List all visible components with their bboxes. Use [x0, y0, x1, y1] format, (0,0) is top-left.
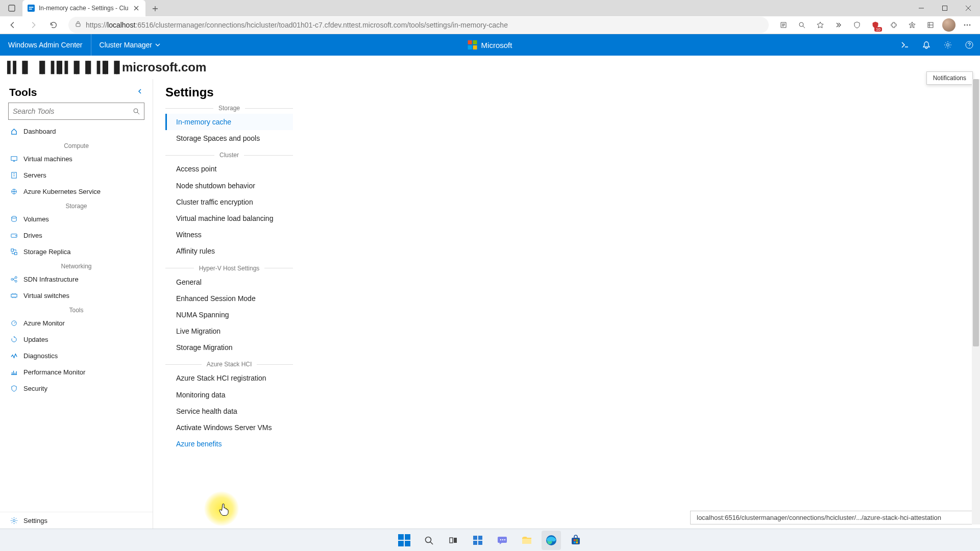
shopping-shield-icon[interactable]: 10: [867, 16, 884, 34]
settings-item-storage-spaces-and-pools[interactable]: Storage Spaces and pools: [165, 130, 293, 146]
settings-nav: StorageIn-memory cacheStorage Spaces and…: [165, 105, 293, 452]
maximize-button[interactable]: [933, 0, 957, 16]
tool-item-dashboard[interactable]: Dashboard: [0, 123, 153, 139]
settings-item-access-point[interactable]: Access point: [165, 161, 293, 177]
settings-item-enhanced-session-mode[interactable]: Enhanced Session Mode: [165, 290, 293, 307]
settings-item-monitoring-data[interactable]: Monitoring data: [165, 387, 293, 403]
taskbar-chat[interactable]: [493, 531, 512, 550]
tools-search-input[interactable]: [13, 107, 133, 115]
tab-close-button[interactable]: [132, 4, 140, 12]
favorite-icon[interactable]: [812, 16, 829, 34]
tools-group-label: Compute: [0, 139, 153, 151]
tool-item-security[interactable]: Security: [0, 380, 153, 396]
forward-button[interactable]: [24, 16, 42, 34]
wac-brand[interactable]: Windows Admin Center: [0, 34, 91, 56]
tool-item-volumes[interactable]: Volumes: [0, 211, 153, 227]
settings-item-cluster-traffic-encryption[interactable]: Cluster traffic encryption: [165, 194, 293, 210]
tools-search[interactable]: [8, 103, 144, 120]
tool-item-storage-replica[interactable]: Storage Replica: [0, 243, 153, 260]
minimize-button[interactable]: [910, 0, 933, 16]
svg-point-17: [13, 175, 14, 176]
settings-item-azure-benefits[interactable]: Azure benefits: [165, 436, 293, 452]
host-domain: microsoft.com: [122, 60, 206, 74]
notifications-button[interactable]: [916, 34, 937, 56]
settings-group: Azure Stack HCI: [165, 361, 293, 368]
taskbar-search[interactable]: [419, 531, 438, 550]
collapse-tools-button[interactable]: [136, 88, 143, 97]
settings-item-numa-spanning[interactable]: NUMA Spanning: [165, 307, 293, 323]
settings-pane: Settings StorageIn-memory cacheStorage S…: [153, 79, 980, 529]
svg-rect-31: [450, 538, 453, 543]
settings-item-live-migration[interactable]: Live Migration: [165, 323, 293, 339]
settings-item-node-shutdown-behavior[interactable]: Node shutdown behavior: [165, 178, 293, 194]
settings-item-witness[interactable]: Witness: [165, 227, 293, 243]
wac-context-picker[interactable]: Cluster Manager: [91, 34, 169, 56]
tool-item-azure-kubernetes-service[interactable]: Azure Kubernetes Service: [0, 183, 153, 199]
svg-point-9: [967, 24, 968, 26]
more-arrows-icon[interactable]: [830, 16, 847, 34]
tool-item-drives[interactable]: Drives: [0, 227, 153, 243]
tool-item-updates[interactable]: Updates: [0, 331, 153, 347]
taskbar-edge[interactable]: [542, 531, 561, 550]
favorites-bar-icon[interactable]: [903, 16, 921, 34]
settings-item-affinity-rules[interactable]: Affinity rules: [165, 243, 293, 259]
tab-actions-button[interactable]: [3, 0, 20, 16]
svg-rect-1: [28, 5, 35, 12]
svg-rect-33: [473, 536, 477, 540]
tool-item-virtual-switches[interactable]: Virtual switches: [0, 287, 153, 304]
tool-item-label: Security: [23, 385, 47, 392]
browser-menu-button[interactable]: [959, 16, 976, 34]
tool-item-diagnostics[interactable]: Diagnostics: [0, 347, 153, 364]
settings-item-activate-windows-server-vms[interactable]: Activate Windows Server VMs: [165, 419, 293, 436]
taskbar-store[interactable]: [566, 531, 585, 550]
settings-item-in-memory-cache[interactable]: In-memory cache: [165, 114, 293, 130]
monitor-icon: [9, 318, 18, 328]
settings-item-storage-migration[interactable]: Storage Migration: [165, 339, 293, 356]
tool-item-label: Dashboard: [23, 128, 56, 135]
svg-point-16: [13, 173, 14, 174]
diag-icon: [9, 351, 18, 360]
back-button[interactable]: [4, 16, 21, 34]
page-scrollbar[interactable]: [972, 79, 980, 524]
start-button[interactable]: [395, 531, 414, 550]
close-window-button[interactable]: [957, 0, 980, 16]
tool-item-performance-monitor[interactable]: Performance Monitor: [0, 364, 153, 380]
tools-group-label: Tools: [0, 304, 153, 315]
svg-point-19: [11, 216, 16, 218]
settings-gear-button[interactable]: [937, 34, 959, 56]
taskbar-explorer[interactable]: [517, 531, 536, 550]
window-controls: [910, 0, 980, 16]
url-field[interactable]: https://localhost:6516/clustermanager/co…: [68, 17, 769, 33]
tracking-icon[interactable]: [848, 16, 866, 34]
settings-item-service-health-data[interactable]: Service health data: [165, 403, 293, 419]
reader-icon[interactable]: [775, 16, 792, 34]
help-button[interactable]: [959, 34, 980, 56]
new-tab-button[interactable]: [148, 1, 163, 16]
zoom-icon[interactable]: [793, 16, 811, 34]
browser-tab[interactable]: In-memory cache - Settings - Clu: [22, 0, 145, 16]
taskbar-widgets[interactable]: [468, 531, 487, 550]
url-text: https://localhost:6516/clustermanager/co…: [86, 21, 508, 29]
refresh-button[interactable]: [45, 16, 62, 34]
address-bar-actions: 10: [775, 16, 976, 34]
server-icon: [9, 170, 18, 180]
powershell-button[interactable]: [894, 34, 916, 56]
tools-settings[interactable]: Settings: [0, 512, 153, 529]
svg-rect-14: [11, 156, 16, 160]
vm-icon: [9, 154, 18, 163]
browser-chrome: In-memory cache - Settings - Clu https:/…: [0, 0, 980, 34]
notifications-tooltip: Notifications: [926, 71, 973, 85]
profile-avatar[interactable]: [940, 16, 958, 34]
tool-item-virtual-machines[interactable]: Virtual machines: [0, 151, 153, 167]
tool-item-label: Storage Replica: [23, 248, 71, 256]
settings-item-azure-stack-hci-registration[interactable]: Azure Stack HCI registration: [165, 370, 293, 386]
perf-icon: [9, 367, 18, 377]
tool-item-sdn-infrastructure[interactable]: SDN Infrastructure: [0, 271, 153, 287]
task-view[interactable]: [444, 531, 463, 550]
settings-item-virtual-machine-load-balancing[interactable]: Virtual machine load balancing: [165, 210, 293, 227]
tool-item-servers[interactable]: Servers: [0, 167, 153, 183]
tool-item-azure-monitor[interactable]: Azure Monitor: [0, 315, 153, 331]
settings-item-general[interactable]: General: [165, 274, 293, 290]
extensions-icon[interactable]: [885, 16, 902, 34]
collections-icon[interactable]: [922, 16, 939, 34]
